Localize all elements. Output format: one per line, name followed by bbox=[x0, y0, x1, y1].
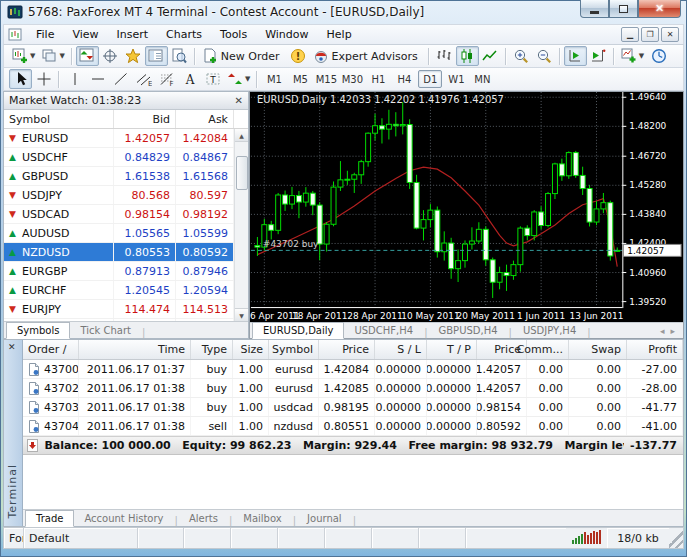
candle[interactable] bbox=[366, 133, 371, 161]
scrollbar-thumb[interactable] bbox=[236, 156, 248, 190]
timeframe-m1-button[interactable]: M1 bbox=[262, 70, 286, 88]
chart-tab-gbpusd-h4[interactable]: GBPUSD,H4 bbox=[429, 322, 508, 338]
candlestick-chart-button[interactable] bbox=[456, 46, 479, 66]
candle[interactable] bbox=[393, 124, 398, 125]
zoom-in-button[interactable] bbox=[510, 46, 533, 66]
market-watch-column-bid[interactable]: Bid bbox=[114, 110, 176, 128]
scroll-down-icon[interactable]: ▼ bbox=[235, 308, 249, 321]
cursor-button[interactable] bbox=[9, 69, 32, 89]
status-profile[interactable]: Default bbox=[24, 528, 138, 548]
candle[interactable] bbox=[539, 212, 544, 226]
candle[interactable] bbox=[532, 212, 537, 236]
orders-column-size[interactable]: Size bbox=[233, 340, 269, 359]
timeframe-h4-button[interactable]: H4 bbox=[392, 70, 416, 88]
chart-shift-button[interactable] bbox=[587, 46, 610, 66]
candle[interactable] bbox=[511, 265, 516, 276]
market-watch-tab-tick-chart[interactable]: Tick Chart bbox=[70, 322, 141, 338]
market-watch-row-usdcad[interactable]: ▼USDCAD0.981540.98192 bbox=[4, 205, 248, 224]
market-watch-header[interactable]: Market Watch: 01:38:23 ✕ bbox=[4, 92, 248, 110]
text-label-button[interactable]: T bbox=[201, 69, 224, 89]
mdi-restore-button[interactable]: ❐ bbox=[641, 27, 659, 42]
data-window-button[interactable] bbox=[99, 46, 122, 66]
auto-scroll-button[interactable] bbox=[564, 46, 587, 66]
market-watch-row-audusd[interactable]: ▲AUDUSD1.055651.05599 bbox=[4, 224, 248, 243]
indicators-dropdown-icon[interactable]: ▼ bbox=[639, 52, 644, 60]
candle[interactable] bbox=[559, 164, 564, 176]
candle[interactable] bbox=[608, 203, 613, 256]
orders-column-comm[interactable]: Comm... bbox=[527, 340, 569, 359]
candle[interactable] bbox=[435, 210, 440, 252]
market-watch-scrollbar[interactable]: ▲ ▼ bbox=[234, 129, 248, 321]
orders-column-symbol[interactable]: Symbol bbox=[269, 340, 319, 359]
zoom-out-button[interactable] bbox=[533, 46, 556, 66]
mdi-close-button[interactable]: ✕ bbox=[661, 27, 679, 42]
candle[interactable] bbox=[303, 193, 308, 202]
timeframe-m30-button[interactable]: M30 bbox=[340, 70, 364, 88]
chart-tab-usdchf-h4[interactable]: USDCHF,H4 bbox=[344, 322, 423, 338]
market-watch-row-eurgbp[interactable]: ▲EURGBP0.879130.87946 bbox=[4, 262, 248, 281]
candle[interactable] bbox=[587, 189, 592, 223]
candle[interactable] bbox=[449, 243, 454, 269]
timeframe-h1-button[interactable]: H1 bbox=[366, 70, 390, 88]
timeframe-w1-button[interactable]: W1 bbox=[444, 70, 468, 88]
candle[interactable] bbox=[594, 209, 599, 222]
market-watch-row-usdchf[interactable]: ▲USDCHF0.848290.84867 bbox=[4, 148, 248, 167]
candle[interactable] bbox=[379, 126, 384, 129]
profiles-button[interactable]: ▼ bbox=[38, 46, 67, 66]
candle[interactable] bbox=[428, 210, 433, 219]
candle[interactable] bbox=[255, 245, 260, 247]
fibonacci-button[interactable]: F bbox=[155, 69, 178, 89]
candle[interactable] bbox=[359, 162, 364, 175]
orders-column-order[interactable]: Order / bbox=[23, 340, 79, 359]
menu-insert[interactable]: Insert bbox=[108, 25, 158, 44]
candle[interactable] bbox=[518, 228, 523, 265]
scroll-up-icon[interactable]: ▲ bbox=[235, 129, 249, 142]
candle[interactable] bbox=[490, 260, 495, 282]
equidistant-channel-button[interactable]: E bbox=[132, 69, 155, 89]
orders-column-time[interactable]: Time bbox=[79, 340, 191, 359]
new-chart-button[interactable]: ▼ bbox=[9, 46, 38, 66]
arrow-styles-dropdown-icon[interactable]: ▼ bbox=[245, 75, 250, 83]
candle[interactable] bbox=[546, 194, 551, 226]
timeframe-m5-button[interactable]: M5 bbox=[288, 70, 312, 88]
trendline-button[interactable] bbox=[109, 69, 132, 89]
candle[interactable] bbox=[483, 229, 488, 259]
profiles-dropdown-icon[interactable]: ▼ bbox=[59, 52, 64, 60]
candle[interactable] bbox=[552, 164, 557, 194]
order-row-43703[interactable]: 437032011.06.17 01:38buy1.00usdcad0.9819… bbox=[23, 398, 683, 417]
order-row-43704[interactable]: 437042011.06.17 01:38sell1.00nzdusd0.805… bbox=[23, 417, 683, 436]
indicators-button[interactable]: ▼ bbox=[618, 46, 647, 66]
candle[interactable] bbox=[373, 126, 378, 133]
periods-button[interactable] bbox=[647, 46, 670, 66]
candle[interactable] bbox=[504, 273, 509, 276]
candle[interactable] bbox=[407, 125, 412, 183]
candle[interactable] bbox=[463, 244, 468, 261]
candle[interactable] bbox=[310, 193, 315, 205]
vertical-line-button[interactable] bbox=[63, 69, 86, 89]
orders-column-type[interactable]: Type bbox=[191, 340, 233, 359]
menu-tools[interactable]: Tools bbox=[211, 25, 256, 44]
candle[interactable] bbox=[601, 203, 606, 209]
market-watch-row-gbpusd[interactable]: ▲GBPUSD1.615381.61568 bbox=[4, 167, 248, 186]
expert-advisors-button[interactable]: Expert Advisors bbox=[310, 46, 425, 66]
candle[interactable] bbox=[573, 153, 578, 176]
order-row-43702[interactable]: 437022011.06.17 01:38buy1.00eurusd1.4208… bbox=[23, 379, 683, 398]
terminal-tab-trade[interactable]: Trade bbox=[25, 510, 74, 527]
maximize-button[interactable] bbox=[609, 0, 638, 18]
resize-grip[interactable] bbox=[669, 528, 683, 548]
market-watch-row-usdjpy[interactable]: ▼USDJPY80.56880.597 bbox=[4, 186, 248, 205]
terminal-tab-alerts[interactable]: Alerts bbox=[179, 510, 228, 526]
metaeditor-button[interactable]: ! bbox=[287, 46, 310, 66]
new-chart-dropdown-icon[interactable]: ▼ bbox=[30, 52, 35, 60]
candle[interactable] bbox=[476, 229, 481, 241]
order-row-43700[interactable]: 437002011.06.17 01:37buy1.00eurusd1.4208… bbox=[23, 360, 683, 379]
candle[interactable] bbox=[324, 224, 329, 244]
candle[interactable] bbox=[290, 196, 295, 204]
chart-tab-usdjpy-h4[interactable]: USDJPY,H4 bbox=[513, 322, 586, 338]
orders-column-price[interactable]: Price bbox=[319, 340, 375, 359]
candle[interactable] bbox=[283, 195, 288, 204]
close-button[interactable]: ✕ bbox=[638, 0, 681, 18]
menu-view[interactable]: View bbox=[63, 25, 107, 44]
market-watch-column-symbol[interactable]: Symbol bbox=[4, 110, 114, 128]
candle[interactable] bbox=[331, 187, 336, 224]
